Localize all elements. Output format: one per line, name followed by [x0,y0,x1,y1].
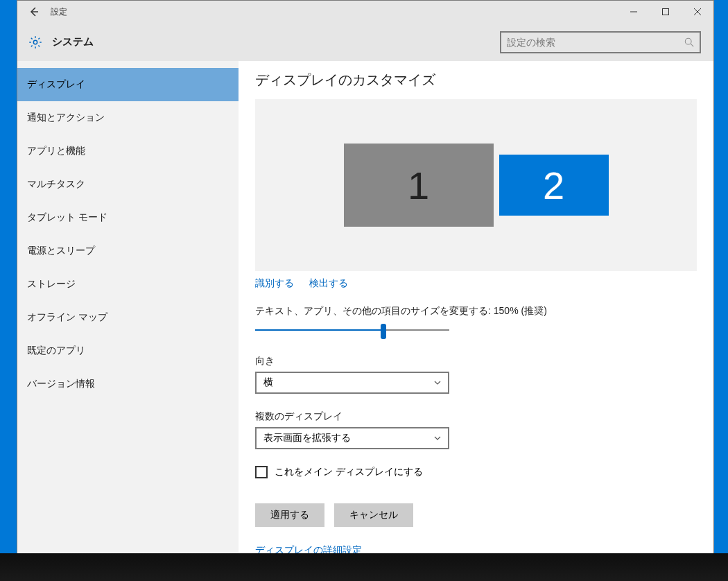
sidebar-item-label: アプリと機能 [27,145,85,157]
sidebar-item-storage[interactable]: ストレージ [17,268,239,301]
sidebar-item-apps[interactable]: アプリと機能 [17,135,239,168]
sidebar: ディスプレイ 通知とアクション アプリと機能 マルチタスク タブレット モード … [17,61,239,560]
sidebar-item-label: 電源とスリープ [27,245,95,257]
sidebar-item-power[interactable]: 電源とスリープ [17,234,239,268]
chevron-down-icon [434,435,441,442]
sidebar-item-notifications[interactable]: 通知とアクション [17,101,239,135]
slider-track-filled [255,329,383,331]
sidebar-item-multitask[interactable]: マルチタスク [17,168,239,201]
button-row: 適用する キャンセル [255,503,697,527]
window-controls [618,1,713,23]
svg-point-2 [685,38,691,44]
main-content: ディスプレイのカスタマイズ 1 2 識別する 検出する テキスト、アプリ、その他… [239,61,713,560]
titlebar: 設定 [17,1,713,23]
cancel-button[interactable]: キャンセル [334,503,413,527]
sidebar-item-label: ストレージ [27,278,76,290]
sidebar-item-default-apps[interactable]: 既定のアプリ [17,334,239,367]
make-main-row: これをメイン ディスプレイにする [255,466,697,478]
sidebar-item-label: 通知とアクション [27,112,105,124]
sidebar-item-about[interactable]: バージョン情報 [17,367,239,401]
body: ディスプレイ 通知とアクション アプリと機能 マルチタスク タブレット モード … [17,61,713,560]
svg-rect-0 [663,9,669,15]
sidebar-item-tablet[interactable]: タブレット モード [17,201,239,234]
sidebar-item-label: ディスプレイ [27,78,85,91]
sidebar-item-label: マルチタスク [27,178,85,191]
sidebar-item-label: バージョン情報 [27,378,95,390]
multi-display-value: 表示画面を拡張する [263,432,351,444]
display-arrange-area[interactable]: 1 2 [255,99,697,271]
make-main-checkbox[interactable] [255,466,268,478]
window-title: 設定 [51,6,67,18]
header: システム [17,23,713,61]
chevron-down-icon [434,379,441,386]
sidebar-item-label: 既定のアプリ [27,345,85,357]
detect-link[interactable]: 検出する [309,277,348,288]
orientation-dropdown[interactable]: 横 [255,372,449,394]
header-title: システム [52,35,94,49]
sidebar-item-maps[interactable]: オフライン マップ [17,301,239,334]
sidebar-item-label: オフライン マップ [27,311,107,324]
slider-track-empty [383,329,449,331]
multi-display-label: 複数のディスプレイ [255,410,697,423]
scale-label: テキスト、アプリ、その他の項目のサイズを変更する: 150% (推奨) [255,305,697,318]
scale-slider[interactable] [255,322,449,338]
monitor-number: 1 [408,163,429,208]
apply-button[interactable]: 適用する [255,503,324,527]
orientation-value: 横 [263,376,273,389]
identify-link[interactable]: 識別する [255,277,294,288]
gear-icon [28,35,42,49]
search-icon [684,37,694,47]
monitor-1[interactable]: 1 [344,144,494,227]
sidebar-item-label: タブレット モード [27,211,107,224]
svg-point-1 [33,40,37,44]
make-main-label: これをメイン ディスプレイにする [275,466,423,478]
monitor-2[interactable]: 2 [499,155,609,216]
close-button[interactable] [682,1,713,23]
settings-window: 設定 システム ディスプレイ 通知とアクション アプリと機能 マルチタスク タ [17,0,714,560]
taskbar[interactable] [0,553,728,581]
minimize-button[interactable] [618,1,650,23]
back-button[interactable] [17,1,51,23]
minimize-icon [630,8,637,15]
multi-display-dropdown[interactable]: 表示画面を拡張する [255,427,449,449]
orientation-label: 向き [255,355,697,367]
display-action-links: 識別する 検出する [255,277,697,290]
sidebar-item-display[interactable]: ディスプレイ [17,68,239,101]
maximize-icon [662,8,669,15]
back-arrow-icon [28,6,40,17]
monitor-number: 2 [543,163,564,208]
close-icon [694,8,701,15]
search-box[interactable] [500,31,701,53]
slider-thumb[interactable] [381,324,386,339]
search-input[interactable] [507,37,684,48]
maximize-button[interactable] [650,1,682,23]
page-title: ディスプレイのカスタマイズ [255,71,697,89]
